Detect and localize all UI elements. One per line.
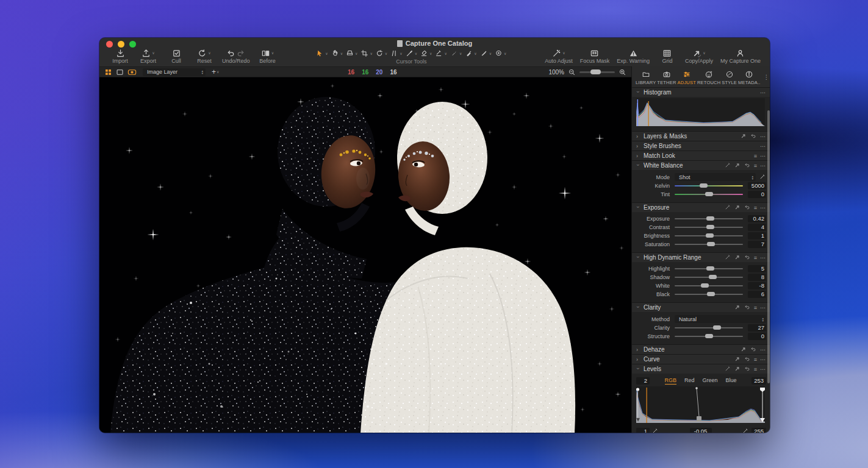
white-balance-picker-icon[interactable]	[759, 174, 766, 180]
panel-header[interactable]: ›Histogram⋯	[632, 88, 770, 97]
cull-button[interactable]: Cull	[163, 48, 190, 64]
slider-value[interactable]: 7	[748, 241, 766, 248]
undo-redo-button[interactable]: Undo/Redo	[219, 48, 253, 64]
image-viewer[interactable]	[99, 77, 631, 433]
slider-handle[interactable]	[706, 266, 714, 271]
single-view-icon[interactable]	[116, 68, 124, 76]
tab-metada[interactable]: METADA..	[738, 69, 760, 85]
exp-warning-button[interactable]: Exp. Warning	[614, 48, 653, 64]
tab-adjust[interactable]: ADJUST	[678, 69, 696, 85]
tab-library[interactable]: LIBRARY	[636, 69, 656, 85]
layer-select[interactable]: Image Layer ▴▾	[143, 68, 206, 76]
more-options-icon[interactable]: ⋯	[760, 90, 766, 96]
slider-handle[interactable]	[705, 334, 713, 338]
slider-track[interactable]	[675, 336, 743, 337]
panel-header[interactable]: ›Clarity≡⋯	[632, 303, 770, 312]
preset-menu-icon[interactable]: ≡	[754, 305, 757, 311]
slider-value[interactable]: 5	[748, 265, 766, 272]
keystone-tool[interactable]: ∨	[390, 49, 403, 58]
slider-track[interactable]	[675, 227, 743, 228]
erase-refine-tool[interactable]: ∨	[434, 49, 447, 58]
slider-handle[interactable]	[707, 292, 715, 296]
channel-blue[interactable]: Blue	[726, 377, 737, 385]
panel-header[interactable]: ›Layers & Masks⋯	[632, 132, 770, 141]
slider-track[interactable]	[675, 285, 743, 286]
slider-handle[interactable]	[709, 275, 717, 279]
slider-handle[interactable]	[707, 242, 715, 246]
draw-mask-tool[interactable]: ∨	[450, 49, 462, 58]
preset-menu-icon[interactable]: ≡	[754, 356, 757, 363]
zoom-level[interactable]: 100%	[548, 69, 564, 76]
slider-track[interactable]	[675, 244, 743, 245]
channel-rgb[interactable]: RGB	[665, 377, 677, 385]
levels-shadow-output[interactable]: 1	[636, 428, 650, 433]
brush-tool[interactable]: ∨	[405, 49, 418, 58]
slider-value[interactable]: 0.42	[748, 215, 766, 222]
slider-handle[interactable]	[705, 192, 713, 196]
more-options-icon[interactable]: ⋯	[760, 356, 766, 363]
panel-header[interactable]: ›Levels≡⋯	[632, 364, 770, 374]
tab-retouch[interactable]: RETOUCH	[697, 69, 720, 85]
levels-histogram[interactable]	[636, 386, 765, 423]
slider-value[interactable]: 5000	[748, 182, 766, 190]
slider-value[interactable]: 4	[748, 224, 766, 231]
multi-view-icon[interactable]	[104, 68, 112, 76]
highlight-picker-icon[interactable]	[740, 428, 751, 433]
panel-header[interactable]: ›Match Look≡⋯	[632, 151, 770, 160]
copy-apply-button[interactable]: ∨Copy/Apply	[682, 48, 716, 64]
more-options-icon[interactable]: ⋯	[760, 143, 766, 149]
panel-header[interactable]: ›Curve≡⋯	[632, 355, 770, 364]
reset-button[interactable]: ∨Reset	[191, 48, 218, 64]
auto-adjust-button[interactable]: ∨Auto Adjust	[542, 48, 576, 64]
slider-track[interactable]	[675, 277, 743, 278]
gradient-mask-tool[interactable]: ∨	[479, 49, 492, 58]
tab-style[interactable]: STYLE	[722, 69, 737, 85]
zoom-in-icon[interactable]	[619, 68, 626, 76]
export-button[interactable]: ∨Export	[135, 48, 162, 64]
select-box[interactable]: Shot▴▾	[675, 173, 756, 181]
slider-handle[interactable]	[713, 325, 721, 330]
fill-mask-tool[interactable]: ∨	[464, 49, 477, 58]
slider-track[interactable]	[675, 218, 743, 219]
more-options-icon[interactable]: ⋯	[760, 205, 766, 211]
panel-header[interactable]: ›White Balance≡⋯	[632, 161, 770, 170]
my-capture-one-button[interactable]: My Capture One	[717, 48, 764, 64]
panel-scrollbar[interactable]	[767, 110, 770, 383]
levels-gamma-value[interactable]: -0.05	[690, 428, 712, 433]
add-layer-button[interactable]: +∨	[212, 68, 219, 76]
import-button[interactable]: Import	[107, 48, 134, 64]
slider-handle[interactable]	[700, 183, 708, 188]
panel-header[interactable]: ›Style Brushes⋯	[632, 141, 770, 151]
proof-view-icon[interactable]	[127, 68, 137, 77]
tabs-overflow-icon[interactable]: ⋮	[762, 74, 770, 80]
more-options-icon[interactable]: ⋯	[760, 305, 766, 311]
slider-handle[interactable]	[706, 216, 714, 221]
tab-tether[interactable]: TETHER	[657, 69, 676, 85]
shadow-picker-icon[interactable]	[650, 428, 661, 433]
more-options-icon[interactable]: ⋯	[760, 153, 766, 159]
more-options-icon[interactable]: ⋯	[760, 255, 766, 261]
slider-handle[interactable]	[706, 233, 714, 238]
preset-menu-icon[interactable]: ≡	[754, 163, 757, 169]
slider-value[interactable]: 1	[748, 232, 766, 239]
slider-handle[interactable]	[701, 283, 709, 288]
crop-tool[interactable]: ∨	[360, 49, 373, 58]
preset-menu-icon[interactable]: ≡	[754, 153, 757, 159]
slider-track[interactable]	[675, 294, 743, 295]
preset-menu-icon[interactable]: ≡	[754, 366, 757, 372]
slider-value[interactable]: -8	[748, 282, 766, 289]
slider-value[interactable]: 6	[748, 291, 766, 298]
preset-menu-icon[interactable]: ≡	[754, 205, 757, 211]
slider-value[interactable]: 0	[748, 333, 766, 340]
more-options-icon[interactable]: ⋯	[760, 133, 766, 140]
heal-tool[interactable]: ∨	[494, 49, 507, 58]
panel-header[interactable]: ›Dehaze⋯	[632, 345, 770, 354]
zoom-out-icon[interactable]	[568, 68, 576, 76]
slider-value[interactable]: 27	[748, 324, 766, 332]
zoom-slider-handle[interactable]	[590, 69, 601, 74]
preset-menu-icon[interactable]: ≡	[754, 255, 757, 261]
slider-track[interactable]	[675, 185, 743, 186]
levels-highlight-input[interactable]: 253	[751, 377, 766, 385]
slider-value[interactable]: 0	[748, 191, 766, 198]
slider-track[interactable]	[675, 268, 743, 269]
